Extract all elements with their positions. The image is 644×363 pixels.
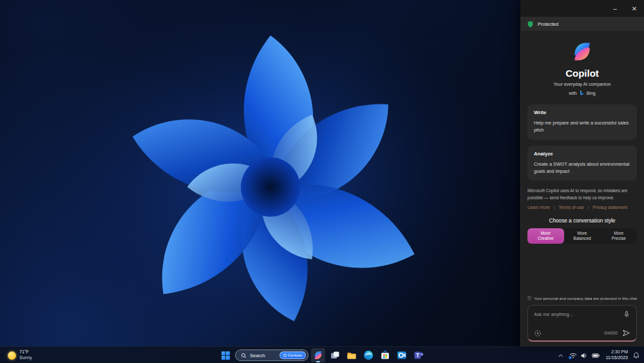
with-bing-row: with Bing [527,90,637,96]
copilot-title: Copilot [527,68,637,79]
taskbar-app-edge[interactable] [361,348,375,362]
style-more-creative[interactable]: More Creative [527,228,564,244]
hidden-icons-chevron-icon[interactable] [557,352,564,359]
card-title: Analyze [534,151,630,157]
volume-icon [580,351,589,360]
svg-text:T: T [416,352,420,358]
taskbar-app-store[interactable] [378,348,392,362]
weather-widget[interactable]: 71°F Sunny [4,347,36,363]
panel-body: Copilot Your everyday AI companion with … [520,31,644,346]
taskbar-app-file-explorer[interactable] [345,348,359,362]
privacy-statement-link[interactable]: Privacy statement [592,205,627,210]
taskbar-app-outlook[interactable] [395,348,409,362]
link-separator: | [554,205,555,210]
privacy-note-text: Your personal and company data are prote… [534,296,637,300]
send-icon[interactable] [622,329,630,337]
terms-of-use-link[interactable]: Terms of use [559,205,584,210]
search-highlight-badge[interactable]: Contoso [279,351,306,359]
panel-titlebar: – ✕ [520,0,644,17]
copilot-panel: – ✕ Protected Copilot Your everyday AI c… [520,0,644,346]
badge-icon [283,354,287,357]
outlook-icon [397,350,407,360]
style-label-top: More [541,231,551,237]
weather-temperature: 71°F [19,349,32,355]
card-body: Help me prepare and write a successful s… [534,119,630,134]
taskbar-app-copilot[interactable] [311,348,325,362]
style-label-bottom: Creative [538,236,554,242]
quick-settings[interactable] [569,351,601,360]
battery-icon [591,351,601,360]
add-image-icon[interactable] [534,329,542,337]
copilot-icon [313,350,323,360]
copilot-subtitle: Your everyday AI companion [527,82,637,86]
teams-icon: T [413,350,424,360]
search-icon [241,353,247,358]
wallpaper-bloom [19,0,522,361]
privacy-note: Your personal and company data are prote… [527,295,637,301]
search-label: Search [250,353,276,358]
link-separator: | [587,205,589,210]
style-label-bottom: Precise [612,236,626,242]
protected-label: Protected [538,21,558,27]
card-body: Create a SWOT analysis about environment… [534,161,630,175]
conversation-style-heading: Choose a conversation style [527,218,637,224]
chat-input-box[interactable]: 0/4000 [527,305,637,342]
chat-input[interactable] [534,311,620,317]
legal-links: Learn more | Terms of use | Privacy stat… [527,205,637,210]
style-label-top: More [614,231,623,237]
card-title: Write [534,110,630,115]
bing-icon [579,90,585,96]
style-label-bottom: Balanced [573,236,591,242]
search-box[interactable]: Search Contoso [235,349,308,361]
with-label: with [569,91,576,95]
shield-icon [527,21,534,28]
close-button[interactable]: ✕ [625,0,644,17]
start-button[interactable] [218,348,232,362]
style-more-balanced[interactable]: More Balanced [564,228,601,244]
clock[interactable]: 2:30 PM 11/15/2023 [605,349,628,361]
suggestion-card-analyze[interactable]: Analyze Create a SWOT analysis about env… [527,146,637,181]
badge-label: Contoso [288,353,302,357]
taskbar-app-task-view[interactable] [328,348,342,362]
learn-more-link[interactable]: Learn more [527,205,550,210]
copilot-logo [571,40,594,63]
bing-label: Bing [587,91,596,95]
task-view-icon [330,350,340,360]
notifications-bell-icon[interactable] [632,351,640,360]
weather-condition: Sunny [19,355,32,361]
suggestion-card-write[interactable]: Write Help me prepare and write a succes… [527,104,637,140]
sunny-icon [8,351,16,360]
edge-icon [363,350,374,360]
tray-time: 2:30 PM [611,349,628,355]
wifi-icon [569,351,578,360]
store-icon [380,350,390,360]
protected-bar: Protected [520,17,644,31]
taskbar-app-teams[interactable]: T [412,348,426,362]
minimize-button[interactable]: – [605,0,625,17]
screen: – ✕ Protected Copilot Your everyday AI c… [0,0,644,363]
style-label-top: More [577,231,587,237]
file-explorer-icon [346,350,357,360]
style-more-precise[interactable]: More Precise [600,228,637,244]
ai-disclaimer: Microsoft Copilot uses AI to respond, so… [527,188,637,201]
conversation-style-selector: More Creative More Balanced More Precise [527,228,637,244]
tray-date: 11/15/2023 [605,355,628,361]
taskbar: 71°F Sunny Search [0,346,644,363]
windows-logo-icon [221,351,231,360]
char-counter: 0/4000 [604,331,618,335]
shield-outline-icon [527,295,531,301]
microphone-icon[interactable] [623,310,630,319]
